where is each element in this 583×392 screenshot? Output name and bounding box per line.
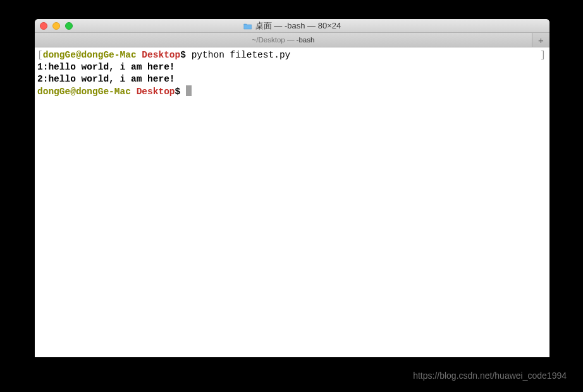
minimize-button[interactable] [52, 22, 60, 30]
prompt-close-bracket-visual: ] [540, 49, 546, 61]
folder-icon [243, 22, 252, 29]
terminal-window: 桌面 — -bash — 80×24 ~/Desktop — -bash + ]… [35, 19, 549, 357]
terminal-line: dongGe@dongGe-Mac Desktop$ [37, 85, 547, 98]
output-line: 2:hello world, i am here! [37, 73, 547, 85]
watermark-text: https://blog.csdn.net/huawei_code1994 [413, 371, 567, 381]
prompt-open-bracket: [ [37, 50, 43, 60]
terminal-line: [dongGe@dongGe-Mac Desktop$ python filet… [37, 49, 547, 61]
prompt-symbol: $ [175, 87, 181, 97]
tabbar: ~/Desktop — -bash + [35, 33, 549, 47]
titlebar[interactable]: 桌面 — -bash — 80×24 [35, 19, 549, 33]
terminal-body[interactable]: ] [dongGe@dongGe-Mac Desktop$ python fil… [35, 47, 549, 357]
prompt-user-host: dongGe@dongGe-Mac [43, 50, 137, 60]
command-text: python filetest.py [192, 50, 291, 60]
maximize-button[interactable] [65, 22, 73, 30]
prompt-symbol: $ [180, 50, 186, 60]
traffic-lights [40, 22, 73, 30]
close-button[interactable] [40, 22, 47, 30]
tab-process: -bash [297, 36, 315, 44]
tab-active[interactable]: ~/Desktop — -bash [35, 33, 532, 47]
output-line: 1:hello world, i am here! [37, 61, 547, 73]
window-title-text: 桌面 — -bash — 80×24 [255, 20, 341, 32]
prompt-user-host: dongGe@dongGe-Mac [37, 87, 131, 97]
window-title: 桌面 — -bash — 80×24 [243, 20, 341, 32]
prompt-cwd: Desktop [137, 87, 175, 97]
tab-path: ~/Desktop — [252, 36, 297, 44]
cursor [186, 85, 192, 96]
prompt-cwd: Desktop [142, 50, 180, 60]
new-tab-button[interactable]: + [532, 33, 549, 47]
